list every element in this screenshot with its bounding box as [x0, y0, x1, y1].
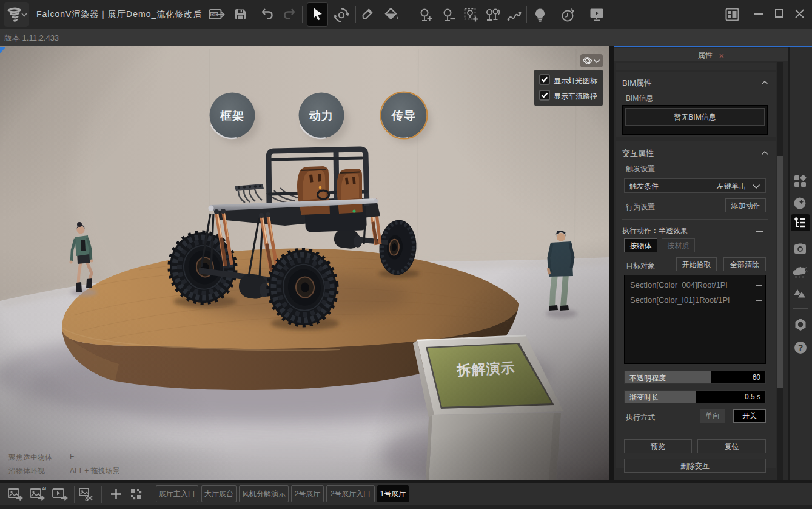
svg-text:EXE: EXE	[210, 13, 217, 16]
svg-text:?: ?	[798, 343, 804, 352]
svg-text:AI: AI	[42, 487, 46, 491]
